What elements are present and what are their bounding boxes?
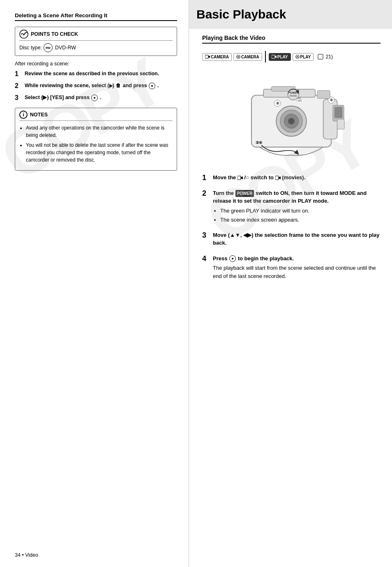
disc-label: Disc type: xyxy=(19,45,42,51)
joystick-icon-right xyxy=(229,255,236,262)
right-step-2: 2 Turn the POWER switch to ON, then turn… xyxy=(202,189,380,225)
svg-marker-33 xyxy=(241,176,243,179)
svg-rect-9 xyxy=(318,54,323,59)
disc-value: DVD-RW xyxy=(55,45,76,51)
play-arrow-icon: ▶ xyxy=(43,95,47,100)
mode-btn-camera1: CAMERA xyxy=(202,53,232,61)
mode-btn-camera2-label: CAMERA xyxy=(241,55,259,59)
svg-rect-34 xyxy=(275,176,279,180)
mode-btn-camera1-label: CAMERA xyxy=(211,55,229,59)
step-3: 3 Select (▶) [YES] and press . xyxy=(15,94,177,102)
camera-diagram-svg: POWER MODE ② ① ③④ • ON • OFF xyxy=(224,70,359,164)
right-step-2-content: Turn the POWER switch to ON, then turn i… xyxy=(213,189,380,225)
movie-icon-inline2 xyxy=(275,176,281,180)
page-footer: 34 • Video xyxy=(15,552,38,558)
notes-label: NOTES xyxy=(30,112,48,118)
step-3-text: Select (▶) [YES] and press . xyxy=(25,94,101,101)
points-check-header: POINTS TO CHECK xyxy=(19,30,173,39)
step-3-num: 3 xyxy=(15,94,21,102)
check-icon xyxy=(19,30,28,39)
step-2: 2 While reviewing the scene, select (▶) … xyxy=(15,82,177,90)
play-tri-icon: ▶ xyxy=(109,83,113,89)
page-ref-icon xyxy=(318,54,323,60)
svg-point-4 xyxy=(238,56,239,58)
svg-rect-26 xyxy=(334,107,342,118)
svg-text:MODE: MODE xyxy=(290,95,297,97)
svg-rect-1 xyxy=(205,55,208,58)
svg-text:• ON: • ON xyxy=(297,97,301,100)
svg-point-8 xyxy=(297,56,298,58)
svg-rect-30 xyxy=(317,90,330,98)
svg-text:• OFF: • OFF xyxy=(297,100,302,102)
right-step-4: 4 Press to begin the playback. The playb… xyxy=(202,255,380,282)
svg-text:POWER: POWER xyxy=(288,91,299,94)
after-recording-label: After recording a scene: xyxy=(15,61,177,67)
joystick-icon xyxy=(149,83,155,89)
page: COPY Deleting a Scene After Recording It… xyxy=(0,0,392,567)
power-badge: POWER xyxy=(235,190,254,197)
notes-box: i NOTES Avoid any other operations on th… xyxy=(15,108,177,171)
step-1-num: 1 xyxy=(15,70,21,78)
right-step-2-num: 2 xyxy=(202,189,210,198)
step-2-num: 2 xyxy=(15,82,21,90)
right-steps-list: 1 Move the /○ switch to (movies). 2 Turn… xyxy=(202,174,380,282)
step-2-bullet-1: The green PLAY indicator will turn on. xyxy=(220,207,380,215)
step-2-bullet-2: The scene index screen appears. xyxy=(220,216,380,224)
step-1-text: Review the scene as described in the pre… xyxy=(25,70,159,77)
mode-btn-play2: PLAY xyxy=(293,53,314,61)
mode-buttons-row: CAMERA CAMERA PLAY PLAY 21) xyxy=(202,51,380,62)
svg-marker-2 xyxy=(208,56,210,58)
right-step-4-content: Press to begin the playback. The playbac… xyxy=(213,255,380,282)
right-column: COPY Basic Playback Playing Back the Vid… xyxy=(189,0,392,567)
mode-divider xyxy=(265,51,266,62)
step-1: 1 Review the scene as described in the p… xyxy=(15,70,177,78)
points-check-box: POINTS TO CHECK Disc type: RW DVD-RW xyxy=(15,27,177,56)
right-step-1-content: Move the /○ switch to (movies). xyxy=(213,174,305,183)
svg-rect-5 xyxy=(272,55,275,58)
disc-type: Disc type: RW DVD-RW xyxy=(19,43,173,52)
points-check-label: POINTS TO CHECK xyxy=(31,31,78,37)
mode-btn-play2-label: PLAY xyxy=(300,55,311,59)
svg-rect-32 xyxy=(238,176,241,180)
mode-btn-play1-label: PLAY xyxy=(277,55,288,59)
points-check-divider xyxy=(19,40,173,41)
notes-divider xyxy=(19,120,173,121)
notes-header: i NOTES xyxy=(19,111,173,119)
svg-marker-35 xyxy=(279,176,281,179)
camera-movie-icon1 xyxy=(205,55,210,59)
svg-point-14 xyxy=(288,118,295,125)
mode-btn-play1: PLAY xyxy=(269,53,291,61)
svg-rect-31 xyxy=(337,119,344,129)
note-2: You will not be able to delete the last … xyxy=(26,141,173,164)
camera-still-icon1 xyxy=(236,55,240,59)
right-step-3-num: 3 xyxy=(202,231,210,240)
right-section-title: Playing Back the Video xyxy=(202,35,380,44)
trash-icon: 🗑 xyxy=(116,82,121,89)
right-step-3: 3 Move (▲▼, ◀▶) the selection frame to t… xyxy=(202,231,380,249)
movie-icon-inline xyxy=(238,176,243,180)
page-ref: 21) xyxy=(318,54,333,60)
play-still-icon xyxy=(295,55,300,59)
left-section-title: Deleting a Scene After Recording It xyxy=(15,12,177,21)
camera-diagram: POWER MODE ② ① ③④ • ON • OFF xyxy=(202,70,380,164)
right-step-3-content: Move (▲▼, ◀▶) the selection frame to the… xyxy=(213,231,380,249)
right-step-4-num: 4 xyxy=(202,255,210,264)
steps-list: 1 Review the scene as described in the p… xyxy=(15,70,177,102)
svg-text:③④: ③④ xyxy=(256,141,262,145)
svg-text:①: ① xyxy=(330,98,333,102)
step-2-bullets: The green PLAY indicator will turn on. T… xyxy=(213,207,380,224)
mode-btn-camera2: CAMERA xyxy=(233,53,262,61)
step-2-text: While reviewing the scene, select (▶) 🗑 … xyxy=(25,82,159,89)
right-step-1-num: 1 xyxy=(202,174,210,183)
notes-list: Avoid any other operations on the camcor… xyxy=(19,124,173,164)
joystick-icon-2 xyxy=(91,95,98,101)
right-step-1: 1 Move the /○ switch to (movies). xyxy=(202,174,380,183)
main-title: Basic Playback xyxy=(189,0,392,29)
note-1: Avoid any other operations on the camcor… xyxy=(26,124,173,139)
left-column: COPY Deleting a Scene After Recording It… xyxy=(0,0,189,567)
info-icon: i xyxy=(19,111,28,119)
dvd-rw-badge: RW xyxy=(44,43,53,52)
play-movie-icon xyxy=(272,55,277,59)
svg-text:②: ② xyxy=(276,102,279,105)
svg-point-0 xyxy=(20,30,28,38)
